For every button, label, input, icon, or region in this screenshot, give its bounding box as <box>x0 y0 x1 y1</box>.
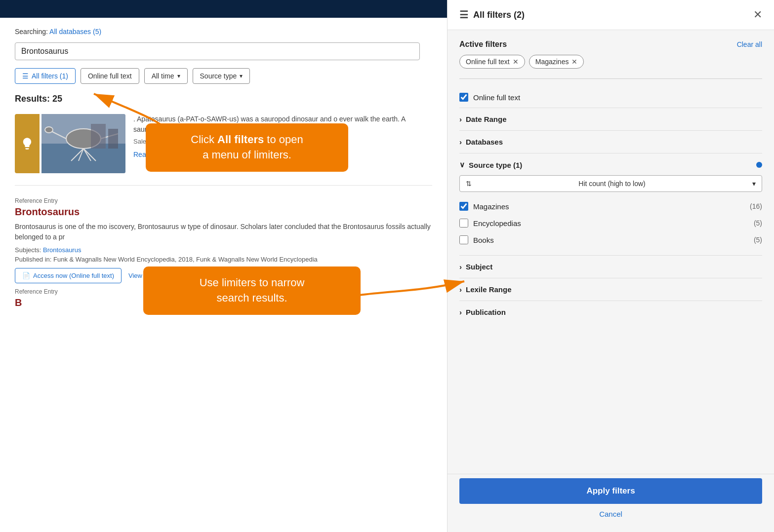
entry-type-label: Reference Entry <box>15 197 432 204</box>
online-full-text-checkbox[interactable] <box>459 93 468 102</box>
filter-icon: ☰ <box>22 72 29 80</box>
source-item-books: Books (5) <box>459 231 762 248</box>
all-filters-label: All filters (1) <box>32 72 68 80</box>
subject-section: › Subject <box>459 255 762 278</box>
access-now-label: Access now (Online full text) <box>33 272 114 279</box>
source-item-magazines: Magazines (16) <box>459 198 762 215</box>
svg-point-4 <box>45 127 53 133</box>
remove-online-full-text[interactable]: ✕ <box>513 58 519 65</box>
cancel-button[interactable]: Cancel <box>459 504 762 524</box>
search-input[interactable] <box>21 47 413 56</box>
published-label: Published in: <box>15 256 51 263</box>
databases-section: › Databases <box>459 130 762 153</box>
document-icon: 📄 <box>22 272 30 279</box>
source-type-body: ⇅ Hit count (high to low) ▾ Magazines (1… <box>459 175 762 248</box>
source-type-label: Source type <box>200 72 237 80</box>
books-label: Books <box>473 236 494 244</box>
databases-label: Databases <box>466 138 503 146</box>
access-now-button[interactable]: 📄 Access now (Online full text) <box>15 268 122 283</box>
filter-tags: Online full text ✕ Magazines ✕ <box>459 55 762 69</box>
arrow-to-source-type <box>346 266 474 326</box>
source-type-header[interactable]: ∨ Source type (1) <box>459 160 762 169</box>
date-range-label: Date Range <box>466 115 507 123</box>
date-range-section: › Date Range <box>459 108 762 130</box>
source-left: Magazines <box>459 202 509 211</box>
dropdown-chevron-icon: ▾ <box>752 180 756 188</box>
source-type-dot <box>756 162 762 168</box>
divider <box>459 78 762 79</box>
all-filters-button[interactable]: ☰ All filters (1) <box>15 68 76 84</box>
close-panel-button[interactable]: ✕ <box>753 9 762 20</box>
panel-title: ☰ All filters (2) <box>459 9 525 21</box>
lexile-range-section: › Lexile Range <box>459 278 762 301</box>
filter-panel-icon: ☰ <box>459 9 468 21</box>
tooltip1-bold: All filters <box>217 133 264 146</box>
reference-description: Brontosaurus is one of the mo iscovery, … <box>15 222 432 242</box>
active-filters-section: Active filters Clear all Online full tex… <box>459 40 762 69</box>
chevron-right-icon: › <box>459 138 462 146</box>
chevron-down-icon: ∨ <box>459 160 465 169</box>
reference-title[interactable]: Brontosaurus <box>15 206 432 218</box>
magazines-checkbox[interactable] <box>459 202 468 211</box>
publication-header[interactable]: › Publication <box>459 308 762 316</box>
filter-tag-magazines: Magazines ✕ <box>529 55 584 69</box>
tooltip-all-filters: Click All filters to opena menu of limit… <box>146 123 348 172</box>
databases-link[interactable]: All databases (5) <box>49 28 101 36</box>
online-full-text-checkbox-label: Online full text <box>473 93 520 102</box>
panel-header: ☰ All filters (2) ✕ <box>448 0 774 30</box>
online-full-text-label: Online full text <box>88 72 132 80</box>
filter-panel: ☰ All filters (2) ✕ Active filters Clear… <box>447 0 774 532</box>
magazines-label: Magazines <box>473 202 509 211</box>
sort-icon: ⇅ <box>466 180 472 188</box>
chevron-right-icon: › <box>459 115 462 123</box>
source-item-encyclopedias: Encyclopedias (5) <box>459 215 762 231</box>
active-filters-header: Active filters Clear all <box>459 40 762 49</box>
tooltip2-text: Use limiters to narrowsearch results. <box>200 276 305 304</box>
source-left: Books <box>459 235 494 244</box>
subjects-line: Subjects: Brontosaurus <box>15 246 432 254</box>
subject-header[interactable]: › Subject <box>459 263 762 271</box>
source-type-label: Source type (1) <box>469 161 522 169</box>
chevron-down-icon: ▾ <box>240 73 243 79</box>
source-type-section: ∨ Source type (1) ⇅ Hit count (high to l… <box>459 153 762 255</box>
published-info: Funk & Wagnalls New World Encyclopedia, … <box>53 256 318 263</box>
source-type-button[interactable]: Source type ▾ <box>193 68 250 84</box>
date-range-header[interactable]: › Date Range <box>459 115 762 123</box>
search-bar <box>15 42 420 60</box>
all-time-label: All time <box>152 72 174 80</box>
searching-label: Searching: <box>15 28 48 36</box>
chevron-down-icon: ▾ <box>177 73 180 79</box>
sort-label: Hit count (high to low) <box>578 180 645 188</box>
bulb-icon <box>15 114 40 173</box>
panel-title-text: All filters (2) <box>473 10 525 20</box>
tooltip1-text-before: Click <box>191 133 217 146</box>
magazines-count: (16) <box>750 202 762 210</box>
encyclopedias-count: (5) <box>754 219 762 227</box>
searching-line: Searching: All databases (5) <box>15 28 432 36</box>
source-left: Encyclopedias <box>459 219 521 228</box>
clear-all-button[interactable]: Clear all <box>737 40 762 48</box>
tag-label: Magazines <box>535 58 569 66</box>
tooltip-limiters: Use limiters to narrowsearch results. <box>143 266 361 315</box>
remove-magazines[interactable]: ✕ <box>571 58 577 65</box>
sort-dropdown[interactable]: ⇅ Hit count (high to low) ▾ <box>459 175 762 192</box>
books-checkbox[interactable] <box>459 235 468 244</box>
subject-link[interactable]: Brontosaurus <box>43 246 81 254</box>
books-count: (5) <box>754 236 762 244</box>
apply-filters-button[interactable]: Apply filters <box>459 478 762 504</box>
panel-body[interactable]: Active filters Clear all Online full tex… <box>448 30 774 474</box>
subjects-label: Subjects: <box>15 246 41 254</box>
online-full-text-row: Online full text <box>459 87 762 108</box>
filter-tag-online-full-text: Online full text ✕ <box>459 55 525 69</box>
publication-section: › Publication <box>459 301 762 323</box>
encyclopedias-label: Encyclopedias <box>473 219 521 228</box>
active-filters-label: Active filters <box>459 40 507 49</box>
tag-label: Online full text <box>466 58 510 66</box>
published-line: Published in: Funk & Wagnalls New World … <box>15 256 432 263</box>
databases-header[interactable]: › Databases <box>459 138 762 146</box>
encyclopedias-checkbox[interactable] <box>459 219 468 228</box>
panel-footer: Apply filters Cancel <box>448 474 774 532</box>
lexile-range-header[interactable]: › Lexile Range <box>459 285 762 294</box>
